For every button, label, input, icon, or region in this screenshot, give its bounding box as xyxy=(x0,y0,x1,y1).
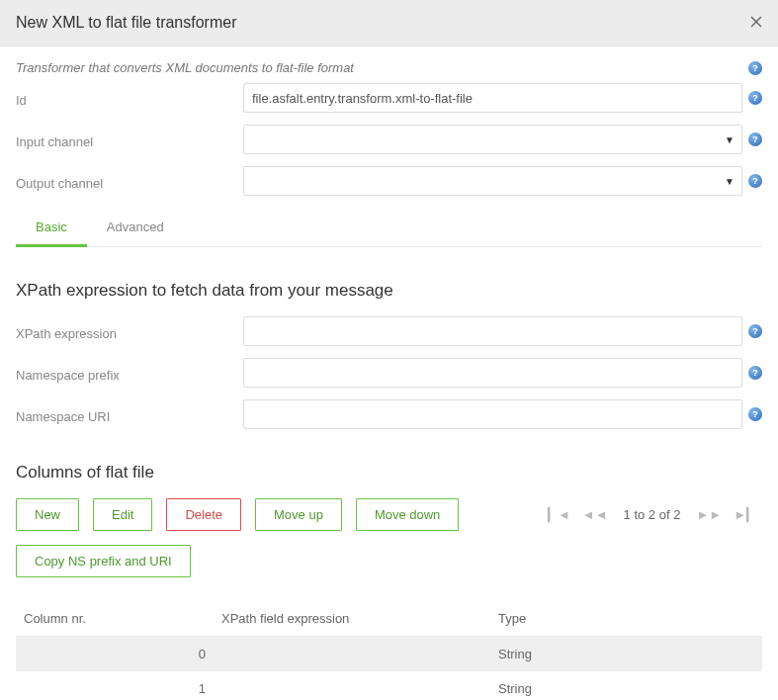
help-icon[interactable]: ? xyxy=(748,366,762,380)
namespace-prefix-label: Namespace prefix xyxy=(16,364,243,383)
output-channel-label: Output channel xyxy=(16,172,243,191)
edit-button[interactable]: Edit xyxy=(93,498,152,531)
pager-text: 1 to 2 of 2 xyxy=(624,507,681,522)
close-icon[interactable] xyxy=(750,16,762,30)
id-input[interactable] xyxy=(243,83,742,113)
cell-nr: 1 xyxy=(16,671,214,700)
tab-basic[interactable]: Basic xyxy=(16,210,87,247)
dialog-header: New XML to flat file transformer xyxy=(0,0,778,46)
pager: ▎◄ ◄◄ 1 to 2 of 2 ►► ►▎ xyxy=(542,503,762,526)
help-icon[interactable]: ? xyxy=(748,324,762,338)
cell-nr: 0 xyxy=(16,637,214,672)
help-icon[interactable]: ? xyxy=(748,174,762,188)
id-label: Id xyxy=(16,89,243,108)
new-button[interactable]: New xyxy=(16,498,79,531)
delete-button[interactable]: Delete xyxy=(166,498,241,531)
help-icon[interactable]: ? xyxy=(748,132,762,146)
columns-section-title: Columns of flat file xyxy=(16,463,762,482)
namespace-uri-input[interactable] xyxy=(243,399,742,429)
copy-ns-button[interactable]: Copy NS prefix and URI xyxy=(16,545,191,577)
move-down-button[interactable]: Move down xyxy=(356,498,459,531)
pager-first-icon[interactable]: ▎◄ xyxy=(542,503,576,526)
xpath-expression-label: XPath expression xyxy=(16,322,243,341)
col-header-type: Type xyxy=(490,601,762,637)
input-channel-select[interactable] xyxy=(243,125,742,154)
cell-xpath xyxy=(214,671,490,700)
pager-last-icon[interactable]: ►▎ xyxy=(728,503,762,526)
columns-table: Column nr. XPath field expression Type 0… xyxy=(16,601,762,700)
table-row[interactable]: 0 String xyxy=(16,637,762,672)
dialog-title: New XML to flat file transformer xyxy=(16,14,236,32)
xpath-section-title: XPath expression to fetch data from your… xyxy=(16,281,762,301)
move-up-button[interactable]: Move up xyxy=(255,498,342,531)
dialog-body: Transformer that converts XML documents … xyxy=(0,46,778,700)
help-icon[interactable]: ? xyxy=(748,61,762,75)
pager-next-icon[interactable]: ►► xyxy=(690,503,728,526)
table-row[interactable]: 1 String xyxy=(16,671,762,700)
cell-xpath xyxy=(214,637,490,672)
cell-type: String xyxy=(490,671,762,700)
pager-prev-icon[interactable]: ◄◄ xyxy=(576,503,614,526)
description-text: Transformer that converts XML documents … xyxy=(16,60,742,75)
columns-toolbar: New Edit Delete Move up Move down ▎◄ ◄◄ … xyxy=(16,498,762,541)
tabs: Basic Advanced xyxy=(16,210,762,247)
col-header-xpath: XPath field expression xyxy=(214,601,490,637)
help-icon[interactable]: ? xyxy=(748,91,762,105)
namespace-uri-label: Namespace URI xyxy=(16,405,243,424)
help-icon[interactable]: ? xyxy=(748,407,762,421)
xpath-expression-input[interactable] xyxy=(243,316,742,346)
namespace-prefix-input[interactable] xyxy=(243,358,742,388)
col-header-nr: Column nr. xyxy=(16,601,214,637)
tab-advanced[interactable]: Advanced xyxy=(87,210,184,247)
cell-type: String xyxy=(490,637,762,672)
output-channel-select[interactable] xyxy=(243,166,742,196)
input-channel-label: Input channel xyxy=(16,131,243,149)
